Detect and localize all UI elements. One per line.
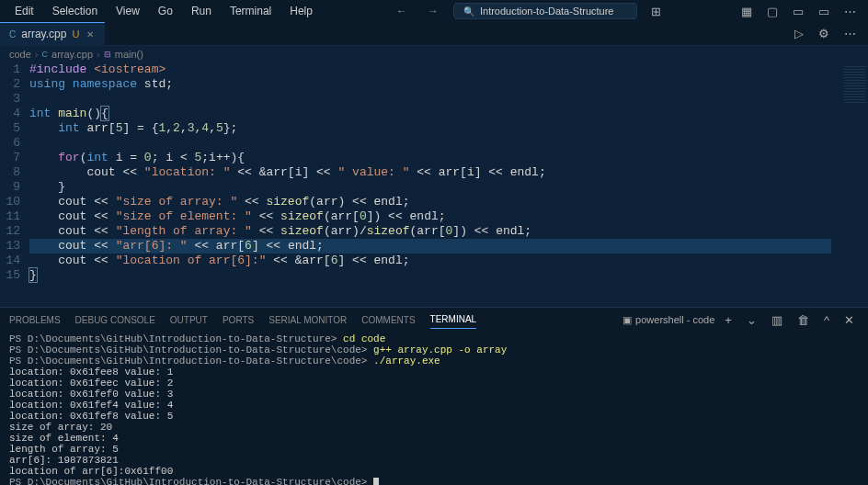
cpp-file-icon: C xyxy=(9,29,16,39)
terminal-line: location: 0x61fef4 value: 4 xyxy=(9,400,859,411)
menu-help[interactable]: Help xyxy=(282,3,320,19)
new-terminal-icon[interactable]: + xyxy=(720,311,737,329)
panel-tab-ports[interactable]: PORTS xyxy=(223,311,254,329)
terminal-line: location: 0x61fef8 value: 5 xyxy=(9,411,859,422)
sidebar-toggle-icon[interactable]: ▭ xyxy=(788,3,808,20)
menu-go[interactable]: Go xyxy=(151,3,180,19)
code-line[interactable]: int main(){ xyxy=(29,107,839,121)
terminal-line: size of array: 20 xyxy=(9,422,859,433)
title-bar: Edit Selection View Go Run Terminal Help… xyxy=(0,0,868,22)
code-line[interactable]: using namespace std; xyxy=(29,77,839,92)
code-line[interactable]: cout << "size of array: " << sizeof(arr)… xyxy=(29,195,839,209)
panel-tab-terminal[interactable]: TERMINAL xyxy=(430,310,477,329)
minimap-preview xyxy=(844,66,866,103)
editor[interactable]: 123456789101112131415 #include <iostream… xyxy=(0,62,868,307)
breadcrumb-file[interactable]: array.cpp xyxy=(51,49,93,60)
settings-gear-icon[interactable]: ⚙ xyxy=(814,25,834,42)
terminal-line: PS D:\Documents\GitHub\Introduction-to-D… xyxy=(9,333,859,344)
code-line[interactable]: int arr[5] = {1,2,3,4,5}; xyxy=(29,121,839,136)
panel-tab-comments[interactable]: COMMENTS xyxy=(361,311,415,329)
command-center-label: Introduction-to-Data-Structure xyxy=(480,6,614,17)
minimap[interactable] xyxy=(839,62,868,307)
terminal-line: size of element: 4 xyxy=(9,433,859,444)
code-area[interactable]: #include <iostream>using namespace std;i… xyxy=(29,62,839,307)
terminal-line: PS D:\Documents\GitHub\Introduction-to-D… xyxy=(9,344,859,355)
search-icon: 🔍 xyxy=(463,6,474,17)
tab-git-status: U xyxy=(72,28,79,39)
code-line[interactable]: #include <iostream> xyxy=(29,62,839,77)
terminal-line: location: 0x61feec value: 2 xyxy=(9,378,859,389)
copilot-icon[interactable]: ⊞ xyxy=(646,3,666,20)
panel-toggle-icon[interactable]: ▢ xyxy=(762,3,782,20)
tab-close-icon[interactable]: ✕ xyxy=(85,29,96,39)
terminal-line: arr[6]: 1987873821 xyxy=(9,455,859,466)
kill-terminal-icon[interactable]: 🗑 xyxy=(793,311,814,329)
terminal-line: location: 0x61fef0 value: 3 xyxy=(9,389,859,400)
code-line[interactable] xyxy=(29,136,839,151)
run-code-icon[interactable]: ▷ xyxy=(790,25,808,42)
panel-tab-debug[interactable]: DEBUG CONSOLE xyxy=(75,311,155,329)
tab-actions: ▷ ⚙ ⋯ xyxy=(790,25,868,42)
code-line[interactable]: cout << "location: " << &arr[i] << " val… xyxy=(29,165,839,180)
cpp-file-icon: C xyxy=(42,50,49,59)
terminal-line: length of array: 5 xyxy=(9,444,859,455)
terminal-line: location of arr[6]:0x61ff00 xyxy=(9,466,859,477)
terminal-dropdown-icon[interactable]: ⌄ xyxy=(742,311,761,329)
breadcrumb-symbol[interactable]: main() xyxy=(115,49,143,60)
menu-terminal[interactable]: Terminal xyxy=(223,3,279,19)
line-gutter: 123456789101112131415 xyxy=(0,62,29,307)
code-line[interactable]: for(int i = 0; i < 5;i++){ xyxy=(29,151,839,165)
code-line[interactable]: cout << "location of arr[6]:" << &arr[6]… xyxy=(29,254,839,268)
code-line[interactable]: cout << "size of element: " << sizeof(ar… xyxy=(29,209,839,224)
tab-array-cpp[interactable]: C array.cpp U ✕ xyxy=(0,22,105,45)
panel-actions: ▣ powershell - code + ⌄ ▥ 🗑 ^ ✕ xyxy=(622,311,859,329)
nav-forward-icon[interactable]: → xyxy=(422,3,444,19)
more-actions-icon[interactable]: ⋯ xyxy=(839,25,861,42)
terminal-content[interactable]: PS D:\Documents\GitHub\Introduction-to-D… xyxy=(0,332,868,485)
code-line[interactable]: cout << "length of array: " << sizeof(ar… xyxy=(29,224,839,239)
terminal-line: location: 0x61fee8 value: 1 xyxy=(9,367,859,378)
split-terminal-icon[interactable]: ▥ xyxy=(767,311,787,329)
code-line[interactable]: } xyxy=(29,180,839,195)
terminal-line: PS D:\Documents\GitHub\Introduction-to-D… xyxy=(9,477,859,485)
panel-tab-output[interactable]: OUTPUT xyxy=(170,311,208,329)
bottom-panel: PROBLEMS DEBUG CONSOLE OUTPUT PORTS SERI… xyxy=(0,307,868,485)
code-line[interactable] xyxy=(29,92,839,107)
menu-edit[interactable]: Edit xyxy=(7,3,41,19)
code-line[interactable]: cout << "arr[6]: " << arr[6] << endl; xyxy=(29,239,831,254)
terminal-shell-label[interactable]: ▣ powershell - code xyxy=(622,314,714,326)
nav-back-icon[interactable]: ← xyxy=(391,3,413,19)
menu-selection[interactable]: Selection xyxy=(45,3,105,19)
close-panel-icon[interactable]: ✕ xyxy=(839,311,859,329)
code-line[interactable]: } xyxy=(29,268,839,283)
titlebar-right: ▦ ▢ ▭ ▭ ⋯ xyxy=(737,3,861,20)
breadcrumb[interactable]: code › C array.cpp › ⊟ main() xyxy=(0,46,868,62)
command-center[interactable]: 🔍 Introduction-to-Data-Structure xyxy=(453,3,637,19)
panel-tab-problems[interactable]: PROBLEMS xyxy=(9,311,61,329)
maximize-panel-icon[interactable]: ^ xyxy=(819,311,834,329)
titlebar-center: ← → 🔍 Introduction-to-Data-Structure ⊞ xyxy=(324,3,733,20)
menu-run[interactable]: Run xyxy=(184,3,219,19)
chevron-right-icon: › xyxy=(97,49,100,60)
panel-tab-serial[interactable]: SERIAL MONITOR xyxy=(268,311,347,329)
layout-customize-icon[interactable]: ▦ xyxy=(737,3,757,20)
breadcrumb-folder[interactable]: code xyxy=(9,49,31,60)
terminal-line: PS D:\Documents\GitHub\Introduction-to-D… xyxy=(9,355,859,367)
layout-icon[interactable]: ▭ xyxy=(814,3,834,20)
more-icon[interactable]: ⋯ xyxy=(839,3,861,20)
chevron-right-icon: › xyxy=(35,49,39,60)
function-icon: ⊟ xyxy=(104,50,111,59)
panel-tabs: PROBLEMS DEBUG CONSOLE OUTPUT PORTS SERI… xyxy=(0,308,868,332)
menu-view[interactable]: View xyxy=(108,3,147,19)
editor-tabs: C array.cpp U ✕ ▷ ⚙ ⋯ xyxy=(0,22,868,46)
powershell-icon: ▣ xyxy=(622,314,632,326)
tab-filename: array.cpp xyxy=(21,28,66,40)
